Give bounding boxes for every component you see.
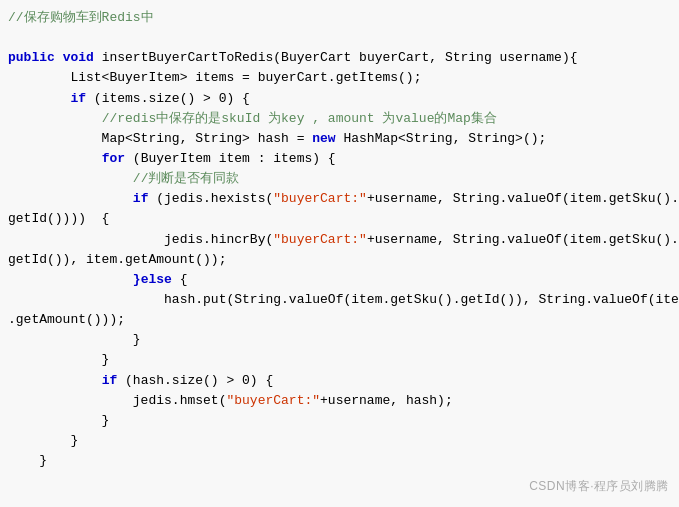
code-line: hash.put(String.valueOf(item.getSku().ge…: [0, 290, 679, 310]
code-line: }: [0, 451, 679, 471]
code-line: }: [0, 411, 679, 431]
code-line: jedis.hincrBy("buyerCart:"+username, Str…: [0, 230, 679, 250]
code-line: Map<String, String> hash = new HashMap<S…: [0, 129, 679, 149]
watermark: CSDN博客·程序员刘腾腾: [529, 478, 669, 495]
code-line: [0, 28, 679, 48]
code-line: .getAmount()));: [0, 310, 679, 330]
code-line: if (jedis.hexists("buyerCart:"+username,…: [0, 189, 679, 209]
code-block: //保存购物车到Redis中 public void insertBuyerCa…: [0, 0, 679, 507]
code-line: //redis中保存的是skuId 为key , amount 为value的M…: [0, 109, 679, 129]
code-line: jedis.hmset("buyerCart:"+username, hash)…: [0, 391, 679, 411]
code-line: getId()), item.getAmount());: [0, 250, 679, 270]
code-line: }: [0, 350, 679, 370]
code-line: public void insertBuyerCartToRedis(Buyer…: [0, 48, 679, 68]
code-line: for (BuyerItem item : items) {: [0, 149, 679, 169]
code-line: //判断是否有同款: [0, 169, 679, 189]
code-line: }: [0, 330, 679, 350]
code-line: if (hash.size() > 0) {: [0, 371, 679, 391]
code-line: }: [0, 431, 679, 451]
code-line: //保存购物车到Redis中: [0, 8, 679, 28]
code-line: if (items.size() > 0) {: [0, 89, 679, 109]
code-line: }else {: [0, 270, 679, 290]
code-line: List<BuyerItem> items = buyerCart.getIte…: [0, 68, 679, 88]
code-line: getId()))) {: [0, 209, 679, 229]
